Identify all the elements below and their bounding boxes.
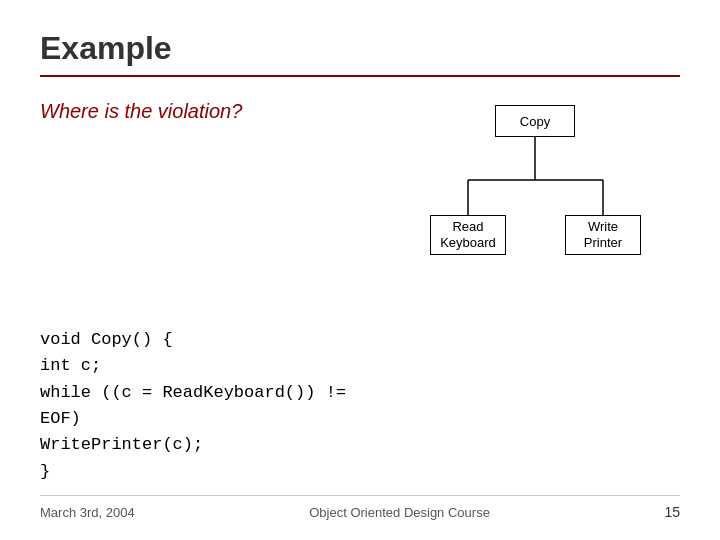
code-line-2: int c;	[40, 353, 370, 379]
footer: March 3rd, 2004 Object Oriented Design C…	[40, 495, 680, 520]
node-copy: Copy	[495, 105, 575, 137]
code-block: void Copy() { int c; while ((c = ReadKey…	[40, 327, 370, 485]
code-line-5: }	[40, 459, 370, 485]
tree-diagram: Copy ReadKeyboard WritePrinter	[400, 105, 670, 305]
slide-title: Example	[40, 30, 172, 66]
title-area: Example	[40, 30, 680, 77]
question-text: Where is the violation?	[40, 100, 370, 123]
node-write-printer: WritePrinter	[565, 215, 641, 255]
footer-course: Object Oriented Design Course	[309, 505, 490, 520]
code-line-3: while ((c = ReadKeyboard()) != EOF)	[40, 380, 370, 433]
code-line-1: void Copy() {	[40, 327, 370, 353]
footer-page: 15	[664, 504, 680, 520]
slide: Example Where is the violation? void Cop…	[0, 0, 720, 540]
node-read-keyboard: ReadKeyboard	[430, 215, 506, 255]
code-line-4: WritePrinter(c);	[40, 432, 370, 458]
content-area: Where is the violation? void Copy() { in…	[40, 95, 680, 485]
right-panel: Copy ReadKeyboard WritePrinter	[390, 95, 680, 485]
left-panel: Where is the violation? void Copy() { in…	[40, 95, 370, 485]
footer-date: March 3rd, 2004	[40, 505, 135, 520]
